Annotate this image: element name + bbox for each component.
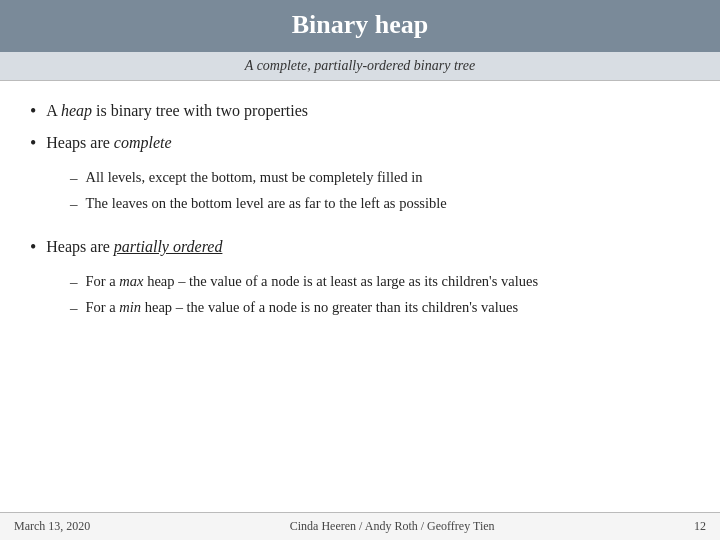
bullet-dot-1: • (30, 101, 36, 122)
bullet-1: • A heap is binary tree with two propert… (30, 99, 690, 123)
bullet-3: • Heaps are partially ordered (30, 235, 690, 259)
content-area: • A heap is binary tree with two propert… (0, 81, 720, 512)
footer-date: March 13, 2020 (14, 519, 90, 534)
sub-bullet-text-1: All levels, except the bottom, must be c… (86, 167, 691, 189)
dash-2: – (70, 193, 78, 216)
sub-bullet-2: – The leaves on the bottom level are as … (70, 193, 690, 216)
dash-3: – (70, 271, 78, 294)
sub-bullet-4: – For a min heap – the value of a node i… (70, 297, 690, 320)
min-italic: min (119, 299, 141, 315)
bullet-dot-3: • (30, 237, 36, 258)
footer-authors: Cinda Heeren / Andy Roth / Geoffrey Tien (290, 519, 495, 534)
slide: Binary heap A complete, partially-ordere… (0, 0, 720, 540)
sub-bullet-text-2: The leaves on the bottom level are as fa… (86, 193, 691, 215)
sub-bullet-text-4: For a min heap – the value of a node is … (86, 297, 691, 319)
bullet-text-3: Heaps are partially ordered (46, 235, 222, 259)
dash-1: – (70, 167, 78, 190)
footer: March 13, 2020 Cinda Heeren / Andy Roth … (0, 512, 720, 540)
bullet-text-2: Heaps are complete (46, 131, 171, 155)
title-bar: Binary heap (0, 0, 720, 52)
max-italic: max (119, 273, 143, 289)
bullet-text-1: A heap is binary tree with two propertie… (46, 99, 308, 123)
sub-bullets-partial: – For a max heap – the value of a node i… (70, 271, 690, 319)
footer-page: 12 (694, 519, 706, 534)
complete-italic: complete (114, 134, 172, 151)
bullet-2: • Heaps are complete (30, 131, 690, 155)
slide-title: Binary heap (20, 10, 700, 40)
sub-bullet-text-3: For a max heap – the value of a node is … (86, 271, 691, 293)
dash-4: – (70, 297, 78, 320)
subtitle-bar: A complete, partially-ordered binary tre… (0, 52, 720, 81)
heap-italic: heap (61, 102, 92, 119)
sub-bullet-3: – For a max heap – the value of a node i… (70, 271, 690, 294)
partially-ordered-italic: partially ordered (114, 238, 223, 255)
subtitle-text: A complete, partially-ordered binary tre… (245, 58, 475, 73)
sub-bullet-1: – All levels, except the bottom, must be… (70, 167, 690, 190)
sub-bullets-complete: – All levels, except the bottom, must be… (70, 167, 690, 215)
bullet-dot-2: • (30, 133, 36, 154)
